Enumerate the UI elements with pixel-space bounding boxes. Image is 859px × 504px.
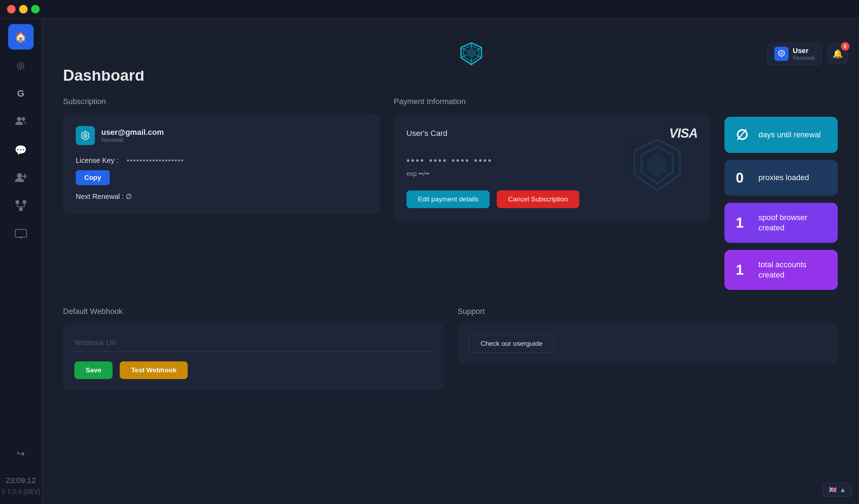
content-inner: Dashboard Subscription [42, 52, 859, 405]
header-logo [459, 41, 484, 67]
card-label: User's Card [406, 129, 447, 138]
sub-user-row: user@gmail.com Renewal [76, 126, 367, 145]
subscription-section-title: Subscription [63, 97, 380, 106]
notification-button[interactable]: 🔔 0 [828, 44, 848, 64]
top-sections-row: Subscription user@gmail [63, 97, 838, 290]
svg-marker-26 [780, 51, 783, 56]
subscription-card: user@gmail.com Renewal License Key : •••… [63, 113, 380, 213]
app-logo-icon [459, 41, 484, 67]
svg-point-3 [17, 173, 22, 178]
sidebar-bottom: ↪ 23:09:12 V 1.0.4 [DEV] [1, 441, 40, 498]
google-icon: G [17, 88, 24, 99]
logout-icon: ↪ [17, 448, 25, 459]
test-webhook-button[interactable]: Test Webhook [120, 361, 188, 379]
webhook-input-area: Save Test Webhook [63, 323, 443, 390]
sub-icon [76, 126, 95, 145]
app-container: 🏠 ◎ G 💬 [0, 18, 859, 504]
svg-rect-7 [23, 200, 26, 204]
svg-point-2 [23, 118, 24, 119]
stat-accounts-label: total accounts created [758, 260, 826, 280]
license-row: License Key : •••••••••••••••••• [76, 156, 367, 165]
screen-icon [15, 229, 27, 241]
user-name: User [793, 47, 815, 55]
workflow-icon [15, 200, 27, 214]
stats-sidebar: ∅ days until renewal 0 proxies loaded 1 … [724, 97, 838, 290]
home-icon: 🏠 [15, 31, 27, 43]
flag-icon: 🇬🇧 [829, 486, 837, 494]
support-section-title: Support [457, 307, 838, 316]
header: User Renewal 🔔 0 [84, 37, 859, 71]
sub-email: user@gmail.com [101, 128, 164, 137]
payment-section: Payment Information User's Card VISA [394, 97, 710, 290]
user-badge-text: User Renewal [793, 47, 815, 61]
webhook-url-input[interactable] [74, 334, 432, 351]
user-subscription: Renewal [793, 55, 815, 61]
svg-rect-13 [15, 229, 27, 237]
main-area: User Renewal 🔔 0 Dashboard Subscript [42, 18, 859, 504]
sidebar-version: V 1.0.4 [DEV] [1, 488, 40, 496]
sidebar-item-screen[interactable] [8, 222, 34, 248]
minimize-button[interactable] [19, 5, 28, 13]
cancel-subscription-button[interactable]: Cancel Subscription [497, 190, 579, 208]
sidebar-item-logout[interactable]: ↪ [8, 441, 34, 466]
license-label: License Key : [76, 156, 118, 165]
sidebar: 🏠 ◎ G 💬 [0, 18, 42, 504]
user-badge[interactable]: User Renewal [767, 43, 822, 65]
sidebar-time: 23:09:12 [6, 469, 36, 485]
svg-rect-6 [16, 200, 19, 204]
stat-proxies-label: proxies loaded [758, 173, 809, 183]
stat-spoof-number: 1 [736, 215, 750, 231]
close-button[interactable] [7, 5, 16, 13]
card-bg-logo [625, 138, 689, 196]
add-user-icon [15, 172, 27, 185]
copy-button[interactable]: Copy [76, 170, 110, 185]
svg-marker-31 [647, 154, 667, 178]
support-section: Support Check our userguide [457, 307, 838, 390]
save-webhook-button[interactable]: Save [74, 361, 113, 379]
language-selector[interactable]: 🇬🇧 ▲ [823, 483, 852, 497]
sidebar-item-users[interactable] [8, 109, 34, 134]
sidebar-item-browser[interactable]: ◎ [8, 52, 34, 78]
stat-spoof-browser: 1 spoof browser created [724, 203, 838, 243]
stat-spoof-label: spoof browser created [758, 213, 826, 233]
license-value: •••••••••••••••••• [127, 156, 184, 165]
svg-rect-8 [19, 207, 23, 211]
svg-point-0 [17, 117, 21, 121]
stat-total-accounts: 1 total accounts created [724, 250, 838, 290]
sidebar-item-discord[interactable]: 💬 [8, 137, 34, 163]
bottom-row: Default Webhook Save Test Webhook Suppor… [63, 307, 838, 390]
maximize-button[interactable] [31, 5, 40, 13]
sidebar-item-google[interactable]: G [8, 81, 34, 106]
svg-point-1 [22, 117, 25, 121]
payment-card: User's Card VISA •• [394, 113, 710, 221]
sub-plan: Renewal [101, 137, 164, 143]
sidebar-item-workflow[interactable] [8, 194, 34, 219]
discord-icon: 💬 [15, 144, 27, 156]
payment-section-title: Payment Information [394, 97, 710, 106]
browser-icon: ◎ [17, 60, 25, 71]
user-badge-icon [774, 47, 789, 61]
next-renewal: Next Renewal : ∅ [76, 192, 367, 201]
webhook-section: Default Webhook Save Test Webhook [63, 307, 443, 390]
stat-proxies-number: 0 [736, 170, 750, 186]
webhook-buttons: Save Test Webhook [74, 361, 432, 379]
svg-marker-28 [83, 133, 87, 138]
edit-payment-button[interactable]: Edit payment details [406, 190, 490, 208]
sub-user-info: user@gmail.com Renewal [101, 128, 164, 143]
stat-proxies: 0 proxies loaded [724, 160, 838, 196]
header-right: User Renewal 🔔 0 [767, 43, 848, 65]
sidebar-item-add-user[interactable] [8, 166, 34, 191]
stat-accounts-number: 1 [736, 262, 750, 278]
notification-count: 0 [841, 42, 849, 51]
webhook-section-title: Default Webhook [63, 307, 443, 316]
support-card: Check our userguide [457, 323, 838, 364]
stat-days-renewal: ∅ days until renewal [724, 117, 838, 153]
traffic-lights [7, 5, 40, 13]
users-icon [15, 116, 27, 128]
main-content: Dashboard Subscription [42, 18, 859, 405]
expand-icon: ▲ [840, 486, 846, 494]
stat-days-number: ∅ [736, 127, 750, 143]
svg-marker-18 [466, 48, 477, 58]
sidebar-item-home[interactable]: 🏠 [8, 24, 34, 50]
userguide-button[interactable]: Check our userguide [469, 334, 554, 353]
